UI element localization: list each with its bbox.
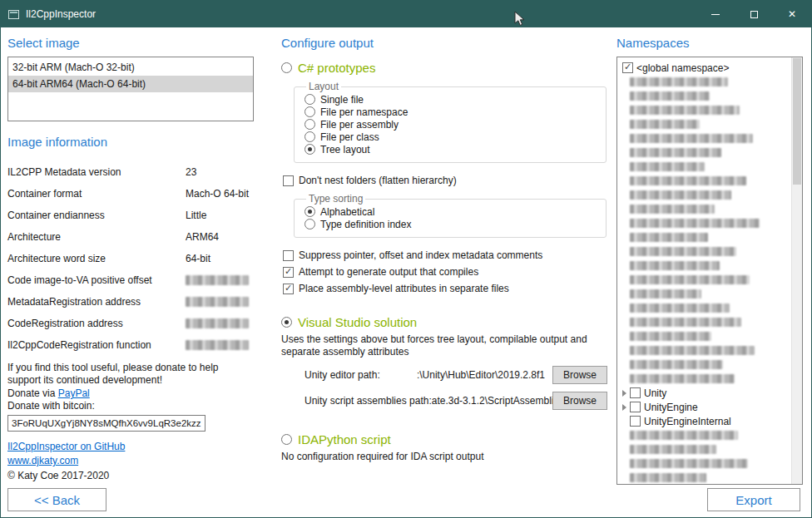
separate-attributes-checkbox[interactable] <box>283 284 294 294</box>
flatten-hierarchy-checkbox[interactable] <box>283 175 294 186</box>
file-per-assembly-label[interactable]: File per assembly <box>320 119 399 131</box>
namespace-row-redacted[interactable] <box>622 273 787 287</box>
maximize-button[interactable] <box>735 1 773 27</box>
single-file-label[interactable]: Single file <box>320 94 364 106</box>
namespace-row-redacted[interactable] <box>622 188 787 202</box>
namespace-row-redacted[interactable] <box>622 103 787 117</box>
namespace-row-redacted[interactable] <box>622 117 787 131</box>
namespace-row-redacted[interactable] <box>622 160 787 174</box>
close-button[interactable]: ✕ <box>773 1 811 27</box>
github-link[interactable]: Il2CppInspector on GitHub <box>7 441 125 452</box>
namespace-row-redacted[interactable] <box>622 174 787 188</box>
namespace-row-redacted[interactable] <box>622 216 787 230</box>
alphabetical-radio[interactable] <box>304 206 315 217</box>
namespace-row-unityengine[interactable]: UnityEngine <box>622 400 787 414</box>
namespace-row-redacted[interactable] <box>622 442 787 456</box>
namespace-row-redacted[interactable] <box>622 358 787 372</box>
website-link[interactable]: www.djkaty.com <box>7 455 78 466</box>
compilable-output-label[interactable]: Attempt to generate output that compiles <box>299 266 478 278</box>
flatten-hierarchy-label[interactable]: Don't nest folders (flatten hierarchy) <box>299 175 457 186</box>
namespace-row-redacted[interactable] <box>622 456 787 471</box>
namespace-row-redacted[interactable] <box>622 230 787 244</box>
browse-script-path-button[interactable]: Browse <box>552 392 607 410</box>
namespace-row-redacted[interactable] <box>622 315 787 329</box>
expand-icon[interactable] <box>622 390 626 397</box>
redacted-namespace <box>630 91 710 101</box>
namespace-row-redacted[interactable] <box>622 287 787 301</box>
unity-label[interactable]: Unity <box>644 387 666 399</box>
global-namespace-checkbox[interactable] <box>622 62 633 73</box>
redacted-namespace <box>630 162 705 171</box>
minimize-icon <box>711 14 720 15</box>
file-per-class-radio[interactable] <box>304 131 315 142</box>
unity-checkbox[interactable] <box>630 387 641 398</box>
visual-studio-radio[interactable] <box>281 317 292 328</box>
global-namespace-label[interactable]: <global namespace> <box>636 62 729 74</box>
layout-option-single-file: Single file <box>304 93 599 106</box>
main-content: Select image 32-bit ARM (Mach-O 32-bit) … <box>1 27 811 517</box>
namespace-row-redacted[interactable] <box>622 329 787 343</box>
expand-icon[interactable] <box>622 404 626 411</box>
namespace-row-redacted[interactable] <box>622 75 787 89</box>
idapython-label[interactable]: IDAPython script <box>298 432 391 446</box>
unityengineinternal-label[interactable]: UnityEngineInternal <box>644 416 731 427</box>
layout-option-file-per-namespace: File per namespace <box>304 106 599 118</box>
scrollbar-thumb[interactable] <box>793 58 801 185</box>
minimize-button[interactable] <box>696 1 735 27</box>
compilable-output-checkbox[interactable] <box>283 267 294 278</box>
namespace-row-global[interactable]: <global namespace> <box>622 61 787 75</box>
redacted-namespace <box>630 205 715 214</box>
unityengine-label[interactable]: UnityEngine <box>644 402 698 413</box>
namespace-row-redacted[interactable] <box>622 202 787 216</box>
tree-layout-label[interactable]: Tree layout <box>320 144 370 155</box>
visual-studio-label[interactable]: Visual Studio solution <box>298 315 417 329</box>
unityengine-checkbox[interactable] <box>630 402 641 412</box>
visual-studio-option: Visual Studio solution <box>281 315 610 329</box>
namespace-row-redacted[interactable] <box>622 343 787 358</box>
tree-layout-radio[interactable] <box>304 144 315 155</box>
unity-script-path-value[interactable]: ate.3d-3.1.2\ScriptAssemblies <box>432 395 552 407</box>
bitcoin-address-input[interactable] <box>7 415 205 432</box>
image-option-64bit-arm64[interactable]: 64-bit ARM64 (Mach-O 64-bit) <box>8 76 253 92</box>
separate-attributes-label[interactable]: Place assembly-level attributes in separ… <box>299 283 509 294</box>
unityengineinternal-checkbox[interactable] <box>630 416 641 427</box>
browse-editor-path-button[interactable]: Browse <box>552 366 607 384</box>
namespace-row-redacted[interactable] <box>622 428 787 442</box>
redacted-value <box>186 275 249 285</box>
namespace-row-redacted[interactable] <box>622 471 787 485</box>
csharp-prototypes-radio[interactable] <box>281 62 292 73</box>
info-row-architecture: Architecture ARM64 <box>7 226 257 248</box>
maximize-icon <box>750 11 758 18</box>
alphabetical-label[interactable]: Alphabetical <box>320 206 374 218</box>
suppress-comments-checkbox[interactable] <box>283 250 294 261</box>
idapython-radio[interactable] <box>281 434 292 445</box>
export-button[interactable]: Export <box>707 488 800 511</box>
namespace-row-redacted[interactable] <box>622 372 787 386</box>
namespace-row-unityengineinternal[interactable]: UnityEngineInternal <box>622 414 787 428</box>
suppress-comments-label[interactable]: Suppress pointer, offset and index metad… <box>299 249 542 261</box>
csharp-prototypes-label[interactable]: C# prototypes <box>298 61 375 75</box>
file-per-namespace-label[interactable]: File per namespace <box>320 106 408 118</box>
type-definition-index-label[interactable]: Type definition index <box>320 219 411 230</box>
unity-editor-path-value[interactable]: :\Unity\Hub\Editor\2019.2.8f1 <box>380 369 552 381</box>
namespaces-panel: Namespaces <global namespace> <box>616 36 803 485</box>
info-label: Architecture <box>7 231 186 243</box>
namespace-row-redacted[interactable] <box>622 244 787 259</box>
namespace-row-redacted[interactable] <box>622 146 787 160</box>
type-definition-index-radio[interactable] <box>304 219 315 229</box>
back-button[interactable]: << Back <box>7 488 106 511</box>
namespace-row-redacted[interactable] <box>622 259 787 273</box>
paypal-link[interactable]: PayPal <box>58 387 90 399</box>
namespaces-scrollbar[interactable] <box>791 57 802 484</box>
file-per-namespace-radio[interactable] <box>304 106 315 117</box>
file-per-assembly-radio[interactable] <box>304 119 315 130</box>
namespace-row-redacted[interactable] <box>622 131 787 146</box>
app-icon <box>8 10 19 19</box>
namespace-row-unity[interactable]: Unity <box>622 386 787 400</box>
namespace-row-redacted[interactable] <box>622 89 787 103</box>
file-per-class-label[interactable]: File per class <box>320 131 379 143</box>
single-file-radio[interactable] <box>304 94 315 105</box>
namespace-row-redacted[interactable] <box>622 301 787 315</box>
redacted-namespace <box>630 346 755 355</box>
image-option-32bit-arm[interactable]: 32-bit ARM (Mach-O 32-bit) <box>8 59 253 76</box>
